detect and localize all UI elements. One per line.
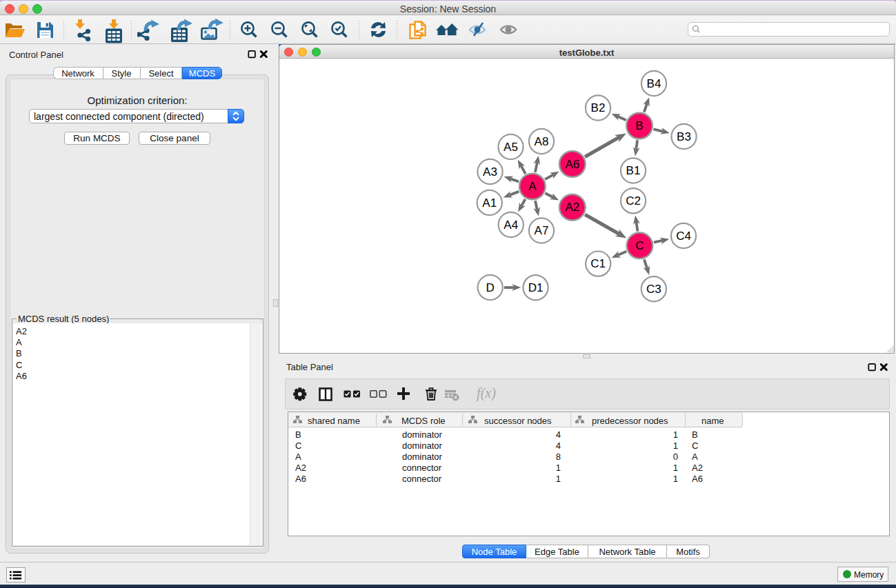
svg-text:A1: A1 (482, 196, 497, 210)
svg-text:A6: A6 (565, 158, 579, 171)
svg-text:B1: B1 (626, 164, 641, 177)
svg-text:A3: A3 (483, 165, 497, 179)
svg-text:A2: A2 (565, 201, 579, 214)
svg-text:B4: B4 (647, 77, 661, 90)
svg-text:A: A (528, 180, 537, 193)
svg-text:C2: C2 (626, 194, 641, 207)
svg-text:C1: C1 (590, 257, 606, 270)
svg-text:A4: A4 (504, 219, 518, 232)
svg-text:B: B (635, 119, 643, 132)
svg-text:A5: A5 (504, 141, 518, 154)
svg-text:C3: C3 (646, 283, 661, 296)
svg-text:A7: A7 (535, 224, 549, 237)
svg-text:B3: B3 (677, 130, 691, 143)
svg-text:B2: B2 (591, 101, 606, 114)
svg-text:D1: D1 (528, 281, 544, 294)
svg-text:C4: C4 (676, 230, 691, 243)
svg-text:A8: A8 (535, 135, 549, 148)
svg-text:C: C (635, 239, 644, 252)
svg-text:D: D (486, 281, 495, 294)
